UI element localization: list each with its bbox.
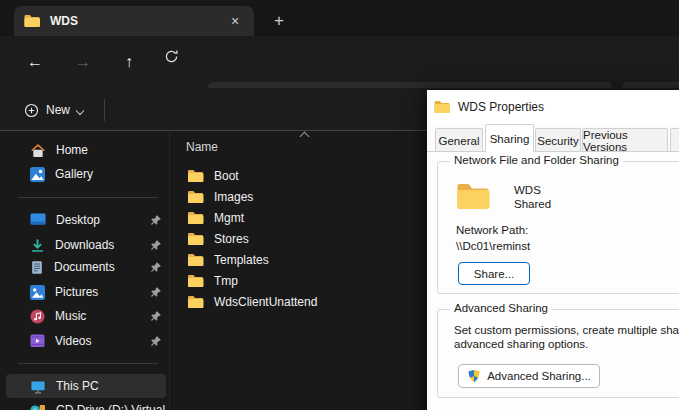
sidebar-item-label: Music: [55, 309, 140, 323]
sidebar-item-label: Home: [56, 143, 166, 157]
file-name: WdsClientUnattend: [214, 295, 317, 309]
pin-icon: [150, 261, 162, 273]
refresh-icon: [164, 49, 179, 64]
sidebar-item-this-pc[interactable]: This PC: [6, 374, 166, 398]
documents-icon: [30, 260, 44, 275]
dialog-title: WDS Properties: [458, 100, 544, 114]
sort-ascending-icon: [301, 131, 309, 137]
plus-circle-icon: [24, 103, 39, 118]
sidebar-item-pictures[interactable]: Pictures: [6, 280, 166, 304]
file-name: Tmp: [214, 274, 238, 288]
tab-clipped[interactable]: [670, 128, 679, 152]
navigation-bar: ← → ↑ › This PC › Data (E:) › WDS › Sear…: [0, 36, 679, 88]
sidebar-item-label: Pictures: [55, 285, 140, 299]
network-sharing-group: Network File and Folder Sharing WDS Shar…: [437, 161, 679, 294]
explorer-window: WDS × + ← → ↑ › This PC › Data (E:) › WD…: [0, 0, 679, 410]
pin-icon: [150, 214, 162, 226]
tab-sharing[interactable]: Sharing: [485, 124, 534, 152]
sidebar-item-cd-drive[interactable]: CD Drive (D:) Virtual: [6, 398, 166, 410]
new-button[interactable]: New: [14, 96, 94, 124]
group-legend: Advanced Sharing: [450, 302, 552, 314]
pictures-icon: [30, 285, 45, 300]
tab-previous-versions[interactable]: Previous Versions: [582, 128, 668, 152]
share-name: WDS: [514, 184, 541, 196]
sidebar-divider: [18, 363, 158, 364]
this-pc-icon: [30, 379, 46, 394]
sidebar-item-label: Desktop: [56, 213, 140, 227]
network-path-value: \\Dc01\reminst: [456, 240, 530, 252]
folder-icon: [187, 190, 204, 204]
group-legend: Network File and Folder Sharing: [450, 154, 623, 166]
pin-icon: [150, 310, 162, 322]
music-icon: [30, 309, 45, 324]
file-name: Templates: [214, 253, 269, 267]
back-button[interactable]: ←: [20, 50, 50, 76]
network-path-label: Network Path:: [456, 224, 528, 236]
gallery-icon: [30, 167, 45, 182]
sidebar-item-label: Documents: [54, 260, 140, 274]
properties-dialog: WDS Properties General Sharing Security …: [427, 90, 679, 410]
advanced-sharing-button[interactable]: Advanced Sharing...: [458, 364, 600, 388]
sharing-tab-page: Network File and Folder Sharing WDS Shar…: [427, 151, 679, 410]
dialog-title-bar[interactable]: WDS Properties: [427, 90, 679, 124]
pin-icon: [150, 239, 162, 251]
forward-button: →: [68, 50, 98, 76]
column-header-name[interactable]: Name: [186, 140, 218, 154]
downloads-icon: [30, 238, 45, 253]
folder-icon: [434, 100, 450, 114]
file-name: Mgmt: [214, 211, 244, 225]
tab-close-icon[interactable]: ×: [226, 13, 244, 29]
sidebar-item-documents[interactable]: Documents: [6, 255, 166, 279]
sidebar-item-label: CD Drive (D:) Virtual: [56, 403, 166, 410]
sidebar-item-label: This PC: [56, 379, 166, 393]
sidebar-item-label: Videos: [55, 334, 140, 348]
sidebar-item-label: Downloads: [55, 238, 140, 252]
share-status: Shared: [514, 198, 551, 210]
folder-icon: [187, 169, 204, 183]
folder-icon: [187, 232, 204, 246]
cd-drive-icon: [30, 403, 46, 410]
sidebar-item-videos[interactable]: Videos: [6, 329, 166, 353]
window-tab-strip: WDS × +: [0, 0, 679, 36]
new-tab-button[interactable]: +: [266, 8, 292, 34]
folder-icon: [187, 211, 204, 225]
shared-folder-icon: [456, 182, 490, 210]
videos-icon: [30, 334, 45, 348]
refresh-button[interactable]: [164, 49, 194, 75]
sidebar-divider: [18, 197, 158, 198]
explorer-tab-wds[interactable]: WDS ×: [14, 6, 254, 36]
sidebar-item-downloads[interactable]: Downloads: [6, 233, 166, 257]
advanced-sharing-button-label: Advanced Sharing...: [487, 370, 591, 382]
share-dialog-button[interactable]: Share...: [458, 262, 530, 285]
sidebar-item-gallery[interactable]: Gallery: [6, 162, 166, 186]
file-name: Stores: [214, 232, 249, 246]
new-button-label: New: [46, 103, 70, 117]
pin-icon: [150, 286, 162, 298]
file-name: Images: [214, 190, 253, 204]
toolbar-divider: [104, 99, 105, 121]
tab-title: WDS: [50, 14, 226, 28]
sidebar-item-home[interactable]: Home: [6, 138, 166, 162]
folder-icon: [187, 295, 204, 309]
advanced-sharing-description-line2: advanced sharing options.: [454, 338, 588, 350]
sidebar-item-label: Gallery: [55, 167, 166, 181]
folder-icon: [187, 274, 204, 288]
tab-general[interactable]: General: [435, 128, 483, 152]
pin-icon: [150, 335, 162, 347]
desktop-icon: [30, 213, 46, 227]
uac-shield-icon: [467, 369, 481, 383]
file-name: Boot: [214, 169, 239, 183]
folder-icon: [187, 253, 204, 267]
chevron-down-icon: [77, 107, 84, 114]
folder-icon: [24, 14, 40, 28]
advanced-sharing-description-line1: Set custom permissions, create multiple …: [454, 324, 679, 336]
sidebar-item-music[interactable]: Music: [6, 304, 166, 328]
sidebar: Home Gallery Desktop: [0, 132, 170, 410]
up-button[interactable]: ↑: [114, 50, 144, 76]
home-icon: [30, 143, 46, 158]
tab-security[interactable]: Security: [535, 128, 581, 152]
sidebar-item-desktop[interactable]: Desktop: [6, 208, 166, 232]
advanced-sharing-group: Advanced Sharing Set custom permissions,…: [437, 309, 679, 398]
